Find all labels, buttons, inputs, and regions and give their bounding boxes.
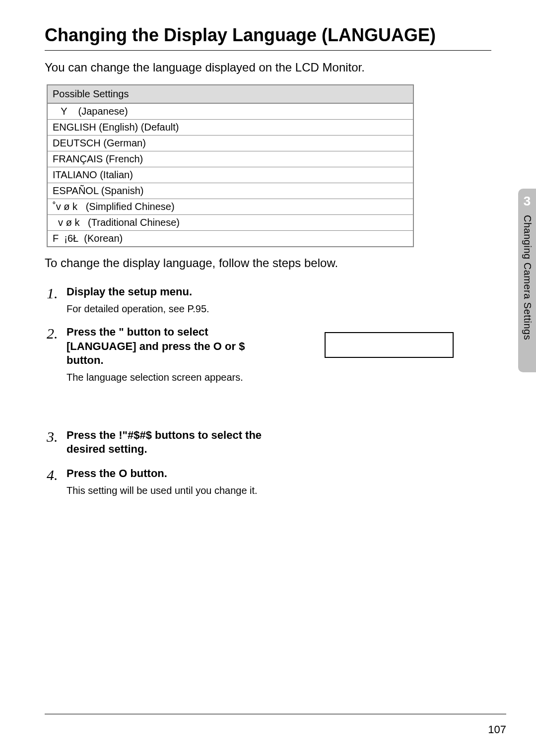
page-number: 107 — [488, 723, 506, 736]
step: 4.Press the O button.This setting will b… — [47, 467, 491, 497]
settings-row: v ø k (Traditional Chinese) — [47, 215, 413, 231]
intro-paragraph: You can change the language displayed on… — [45, 61, 491, 74]
step-title: Press the O button. — [67, 467, 280, 481]
steps-list: 1.Display the setup menu.For detailed op… — [47, 285, 491, 496]
step: 1.Display the setup menu.For detailed op… — [47, 285, 491, 315]
settings-row: ITALIANO (Italian) — [47, 167, 413, 183]
step-title: Display the setup menu. — [67, 285, 280, 299]
step-description: This setting will be used until you chan… — [67, 484, 280, 497]
step-body: Press the !"#$#$ buttons to select the d… — [67, 428, 280, 457]
step-description: The language selection screen appears. — [67, 371, 280, 384]
chapter-number: 3 — [524, 194, 531, 209]
step-body: Display the setup menu.For detailed oper… — [67, 285, 280, 315]
step-title: Press the " button to select [LANGUAGE] … — [67, 325, 280, 368]
step-number: 1. — [47, 285, 67, 301]
settings-row: FRANÇAIS (French) — [47, 151, 413, 167]
step-number: 3. — [47, 428, 67, 445]
step-title: Press the !"#$#$ buttons to select the d… — [67, 428, 280, 457]
settings-row: ˚v ø k (Simplified Chinese) — [47, 199, 413, 215]
chapter-title: Changing Camera Settings — [522, 215, 533, 340]
page-title: Changing the Display Language (LANGUAGE) — [45, 25, 491, 45]
step-description: For detailed operation, see P.95. — [67, 302, 280, 315]
document-page: Changing the Display Language (LANGUAGE)… — [0, 0, 536, 756]
chapter-side-tab: 3 Changing Camera Settings — [518, 189, 536, 372]
step: 3.Press the !"#$#$ buttons to select the… — [47, 428, 491, 457]
settings-row: ENGLISH (English) (Default) — [47, 120, 413, 136]
settings-row: ESPAÑOL (Spanish) — [47, 183, 413, 199]
settings-row: DEUTSCH (German) — [47, 136, 413, 151]
instruction-paragraph: To change the display language, follow t… — [45, 256, 491, 270]
step-number: 4. — [47, 467, 67, 483]
title-underline — [45, 50, 491, 51]
page-footer: 107 — [45, 714, 506, 736]
possible-settings-table: Possible Settings Y (Japanese)ENGLISH (E… — [47, 84, 414, 247]
step-body: Press the O button.This setting will be … — [67, 467, 280, 497]
screen-illustration-placeholder — [325, 332, 454, 358]
settings-row: Y (Japanese) — [47, 103, 413, 120]
step: 2.Press the " button to select [LANGUAGE… — [47, 325, 491, 384]
step-body: Press the " button to select [LANGUAGE] … — [67, 325, 280, 384]
settings-row: F ¡6Ł (Korean) — [47, 231, 413, 247]
step-number: 2. — [47, 325, 67, 342]
settings-header: Possible Settings — [47, 85, 413, 103]
